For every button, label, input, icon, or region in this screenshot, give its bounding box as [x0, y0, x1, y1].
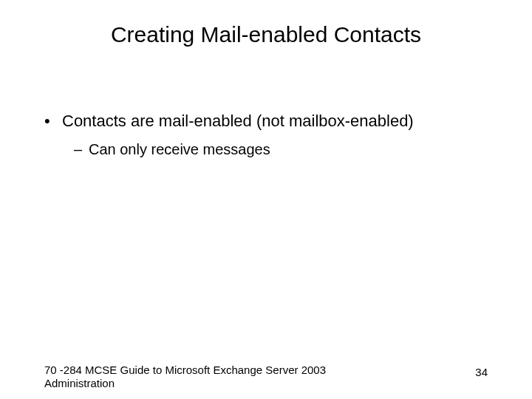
bullet-marker-icon: –: [74, 140, 89, 159]
bullet-text: Contacts are mail-enabled (not mailbox-e…: [62, 111, 502, 132]
slide-title: Creating Mail-enabled Contacts: [0, 22, 532, 47]
footer-text: 70 -284 MCSE Guide to Microsoft Exchange…: [44, 364, 355, 390]
slide-body: • Contacts are mail-enabled (not mailbox…: [44, 111, 502, 159]
bullet-level2: – Can only receive messages: [74, 140, 502, 159]
bullet-text: Can only receive messages: [89, 140, 502, 159]
bullet-level1: • Contacts are mail-enabled (not mailbox…: [44, 111, 502, 132]
slide: Creating Mail-enabled Contacts • Contact…: [0, 0, 532, 399]
bullet-marker-icon: •: [44, 111, 62, 132]
page-number: 34: [475, 366, 488, 378]
